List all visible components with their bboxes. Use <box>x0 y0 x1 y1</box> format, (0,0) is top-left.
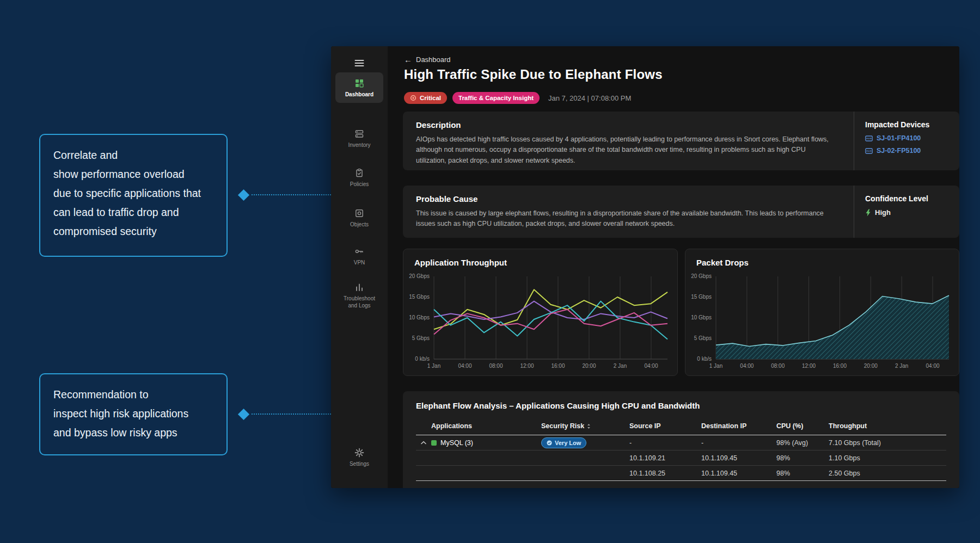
table-row-flow-detail: 10.1.109.21 10.1.109.45 98% 1.10 Gbps <box>416 451 946 466</box>
y-axis-tick-label: 15 Gbps <box>691 294 712 300</box>
sidebar-item-label: Objects <box>350 221 369 228</box>
vpn-icon <box>354 246 364 256</box>
application-throughput-card: Application Throughput 20 Gbps15 Gbps10 … <box>403 249 678 376</box>
packet-drops-chart: 20 Gbps15 Gbps10 Gbps5 Gbps0 kb/s1 Jan04… <box>691 272 953 373</box>
column-header-throughput: Throughput <box>829 422 946 430</box>
description-section: Description AIOps has detected high traf… <box>403 112 854 170</box>
sidebar-item-troubleshoot-and-logs[interactable]: Troubleshoot and Logs <box>331 282 388 309</box>
throughput-cell: 2.50 Gbps <box>829 470 946 477</box>
insight-type-badge: Traffic & Capacity Insight <box>452 92 540 104</box>
sidebar-item-label: Inventory <box>348 141 370 149</box>
sidebar-item-dashboard[interactable]: Dashboard <box>335 72 383 103</box>
sidebar-item-policies[interactable]: Policies <box>331 168 388 188</box>
annotation-callout-recommendation: Recommendation to inspect high risk appl… <box>39 373 228 455</box>
y-axis-tick-label: 10 Gbps <box>409 314 430 320</box>
elephant-flow-table-card: Elephant Flow Analysis – Applications Ca… <box>403 391 959 488</box>
sidebar-item-vpn[interactable]: VPN <box>331 246 388 266</box>
severity-badge: Critical <box>404 92 447 104</box>
column-header-security-risk[interactable]: Security Risk <box>541 422 629 430</box>
confidence-level-title: Confidence Level <box>865 194 959 203</box>
x-axis-tick-label: 12:00 <box>520 363 534 369</box>
breadcrumb-back-link[interactable]: ← Dashboard <box>404 55 451 64</box>
sidebar-item-label: Troubleshoot and Logs <box>340 295 379 309</box>
table-header-row: Applications Security Risk Source IP Des… <box>416 417 946 435</box>
x-axis-tick-label: 20:00 <box>582 363 596 369</box>
x-axis-tick-label: 04:00 <box>740 363 754 369</box>
check-circle-icon <box>547 440 552 446</box>
impacted-devices-title: Impacted Devices <box>865 120 959 129</box>
x-axis-tick-label: 2 Jan <box>614 363 627 369</box>
description-title: Description <box>416 120 841 129</box>
confidence-level-section: Confidence Level High <box>854 186 959 238</box>
insight-badge-label: Traffic & Capacity Insight <box>458 95 534 101</box>
packet-drops-title: Packet Drops <box>696 258 749 267</box>
gear-icon <box>354 448 364 458</box>
impacted-devices-section: Impacted Devices SJ-01-FP4100 SJ-02-FP51… <box>854 112 959 170</box>
sidebar-item-label: Settings <box>350 460 369 467</box>
lightning-icon <box>865 209 871 217</box>
device-link[interactable]: SJ-02-FP5100 <box>865 147 959 155</box>
inventory-icon <box>354 129 364 139</box>
x-axis-tick-label: 08:00 <box>771 363 785 369</box>
page-title: High Traffic Spike Due to Elephant Flows <box>404 67 663 82</box>
objects-icon <box>354 208 364 218</box>
device-link-label: SJ-02-FP5100 <box>877 147 921 155</box>
probable-cause-section: Probable Cause This issue is caused by l… <box>403 186 854 238</box>
elephant-flow-table-title: Elephant Flow Analysis – Applications Ca… <box>416 401 946 410</box>
cpu-cell: 98% (Avg) <box>776 439 829 447</box>
description-card: Description AIOps has detected high traf… <box>403 112 959 170</box>
critical-icon <box>410 95 416 101</box>
cpu-cell: 98% <box>776 470 829 477</box>
confidence-level-value-row: High <box>865 208 959 217</box>
app-window: Dashboard Inventory Policies Objects VPN <box>331 46 959 488</box>
column-header-cpu: CPU (%) <box>776 422 829 430</box>
x-axis-tick-label: 12:00 <box>802 363 816 369</box>
y-axis-tick-label: 10 Gbps <box>691 314 712 320</box>
insight-timestamp: Jan 7, 2024 | 07:08:00 PM <box>548 94 631 102</box>
sidebar-item-objects[interactable]: Objects <box>331 208 388 228</box>
destination-ip-cell: - <box>701 439 776 447</box>
y-axis-tick-label: 5 Gbps <box>691 335 712 341</box>
source-ip-cell: - <box>629 439 701 447</box>
security-risk-label: Very Low <box>555 440 581 446</box>
x-axis-tick-label: 16:00 <box>833 363 847 369</box>
y-axis-tick-label: 20 Gbps <box>691 273 712 279</box>
collapse-chevron-icon[interactable] <box>416 441 431 445</box>
mysql-app-icon <box>431 440 437 446</box>
sidebar-item-label: VPN <box>354 259 365 266</box>
severity-badge-label: Critical <box>420 95 441 101</box>
x-axis-tick-label: 16:00 <box>551 363 565 369</box>
throughput-cell: 7.10 Gbps (Total) <box>829 439 946 447</box>
badge-row: Critical Traffic & Capacity Insight Jan … <box>404 92 631 104</box>
device-link[interactable]: SJ-01-FP4100 <box>865 134 959 142</box>
back-arrow-icon: ← <box>404 55 412 64</box>
throughput-cell: 1.10 Gbps <box>829 454 946 462</box>
x-axis-tick-label: 04:00 <box>458 363 471 369</box>
sidebar-item-inventory[interactable]: Inventory <box>331 129 388 149</box>
sidebar-item-label: Policies <box>350 181 369 188</box>
breadcrumb-label: Dashboard <box>416 55 451 64</box>
source-ip-cell: 10.1.109.21 <box>629 454 701 462</box>
column-header-destination-ip: Destination IP <box>701 422 776 430</box>
y-axis-tick-label: 15 Gbps <box>409 294 430 300</box>
probable-cause-card: Probable Cause This issue is caused by l… <box>403 186 959 238</box>
y-axis-tick-label: 0 kb/s <box>691 356 712 362</box>
description-body: AIOps has detected high traffic losses c… <box>416 134 841 166</box>
application-throughput-chart: 20 Gbps15 Gbps10 Gbps5 Gbps0 kb/s1 Jan04… <box>409 272 672 373</box>
sidebar: Dashboard Inventory Policies Objects VPN <box>331 46 388 488</box>
table-row-mysql-group[interactable]: MySQL (3) Very Low - - 98% (Avg) 7.10 Gb… <box>416 435 946 451</box>
menu-hamburger-icon[interactable] <box>355 58 364 68</box>
sort-icon <box>586 423 591 430</box>
policies-icon <box>354 168 364 178</box>
callout-diamond-marker <box>238 189 249 201</box>
troubleshoot-logs-icon <box>354 282 364 292</box>
column-header-source-ip: Source IP <box>629 422 701 430</box>
device-icon <box>865 148 873 154</box>
main-content: ← Dashboard High Traffic Spike Due to El… <box>388 46 959 488</box>
destination-ip-cell: 10.1.109.45 <box>701 470 776 477</box>
cpu-cell: 98% <box>776 454 829 462</box>
probable-cause-body: This issue is caused by large elephant f… <box>416 208 841 230</box>
sidebar-item-settings[interactable]: Settings <box>331 448 388 467</box>
x-axis-tick-label: 04:00 <box>644 363 658 369</box>
dashboard-grid-icon <box>354 78 364 88</box>
